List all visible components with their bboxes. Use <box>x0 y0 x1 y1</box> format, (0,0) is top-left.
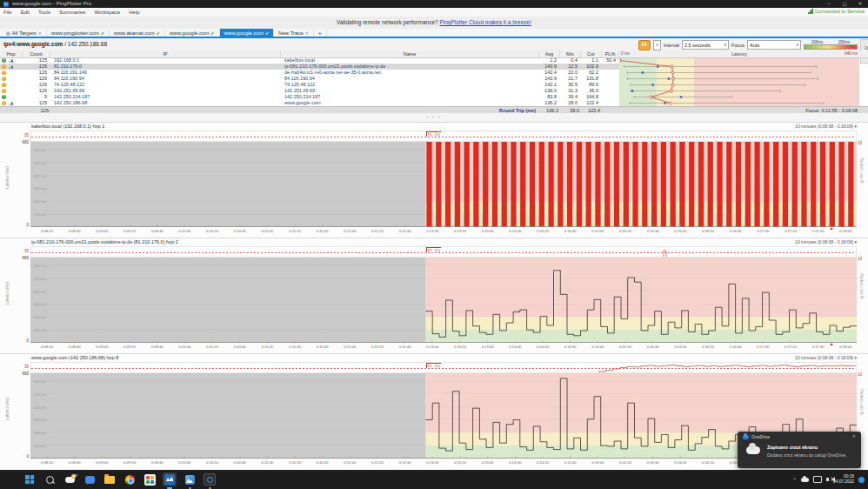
column-header-avg[interactable]: Avg <box>539 50 560 57</box>
tab-bar: ▦All Targets✕www.pingplotter.com✔www.aka… <box>0 29 868 37</box>
system-tray: ⌃ 00:18 04.07.2022 <box>792 470 865 489</box>
pl-axis-tag: PL: (%) <box>426 247 441 252</box>
graph-range-selector[interactable]: 10 minutes (0:08:08 - 0:18:08) ▾ <box>795 239 857 244</box>
check-icon: ✔ <box>210 30 214 36</box>
time-tick-label: 0:12:40 <box>392 460 418 465</box>
maximize-button[interactable]: ▢ <box>837 0 852 8</box>
pl-axis-tag: PL: (%) <box>426 363 441 368</box>
tab-label: www.pingplotter.com <box>51 30 99 36</box>
time-tick-label: 0:09:00 <box>89 229 115 233</box>
hop-row-4[interactable]: 412684.116.190.9484.116.190.94143.921.71… <box>0 76 619 82</box>
column-header-ip[interactable]: IP <box>50 50 281 57</box>
time-tick-label: 0:17:20 <box>778 345 804 349</box>
minimize-button[interactable]: – <box>821 0 837 8</box>
toast-close-button[interactable]: ✕ <box>852 433 856 439</box>
column-header-name[interactable]: Name <box>281 50 539 57</box>
tab-all-targets[interactable]: ▦All Targets✕ <box>2 29 47 37</box>
trace-toolbar: ▾ Interval 2.5 seconds▾ Focus Auto▾ 100m… <box>638 40 858 50</box>
latency-color-legend: 100ms200ms <box>804 40 858 50</box>
tab-www-google-com[interactable]: www.google.com✔ <box>220 29 275 37</box>
menu-item-edit[interactable]: Edit <box>21 10 30 15</box>
focus-select[interactable]: Auto▾ <box>747 40 801 50</box>
column-header-cur[interactable]: Cur <box>581 50 602 57</box>
tab-label: New Trace <box>278 30 304 36</box>
column-header-min[interactable]: Min <box>560 50 581 57</box>
graph-range-selector[interactable]: 10 minutes (0:08:08 - 0:18:08) ▾ <box>795 355 857 360</box>
time-tick-label: 0:08:20 <box>34 229 60 233</box>
time-tick-label: 0:17:20 <box>778 229 804 233</box>
pane-splitter[interactable]: • • • <box>0 113 868 122</box>
pause-trace-button[interactable] <box>638 40 651 50</box>
tab-www-akamai-com[interactable]: www.akamai.com✔ <box>110 29 165 37</box>
weather-widget-icon[interactable]: 24° <box>63 472 77 486</box>
time-tick-label: 0:16:40 <box>723 229 749 233</box>
column-header-count[interactable]: Count <box>23 50 50 57</box>
photos-icon[interactable] <box>183 472 197 486</box>
new-tab-button[interactable]: + <box>314 29 327 37</box>
tab-www-google-com[interactable]: www.google.com✔ <box>165 29 220 37</box>
cell-pl <box>602 82 618 88</box>
time-tick-label: 0:14:20 <box>530 345 556 349</box>
pl-axis-max-label: 10 <box>858 372 862 377</box>
pause-dropdown-caret[interactable]: ▾ <box>653 40 661 50</box>
hop-row-1[interactable]: 1125192.168.0.1kabelbox.local1.20.41.150… <box>0 57 619 64</box>
toast-more-button[interactable]: ⋯ <box>843 433 847 439</box>
tab-close-icon[interactable]: ✕ <box>38 30 42 36</box>
timegraph-toggle-icon[interactable] <box>10 59 14 63</box>
interval-select[interactable]: 2.5 seconds▾ <box>682 40 729 50</box>
cell-avg: 143.9 <box>539 76 558 82</box>
file-explorer-icon[interactable] <box>103 472 117 486</box>
cell-cur: 1.1 <box>581 57 600 64</box>
hop-row-8[interactable]: 8125142.250.186.68www.google.com136.228.… <box>0 100 619 106</box>
cell-min: 12.5 <box>560 64 579 70</box>
cell-pl <box>602 76 618 82</box>
time-graph-panel-1: kabelbox.local (192.168.0.1) hop 110 min… <box>0 122 868 238</box>
svg-text:500 ms: 500 ms <box>34 392 46 397</box>
column-header-pl[interactable]: PL% <box>602 50 619 57</box>
store-app-icon[interactable] <box>143 472 157 486</box>
time-tick-label: 0:16:20 <box>695 229 721 233</box>
hop-row-5[interactable]: 512674.125.48.12274.125.48.122142.130.58… <box>0 82 619 88</box>
hop-row-2[interactable]: 212681.210.176.0ip-081-210-176-000.um21.… <box>0 64 619 70</box>
teams-chat-icon[interactable] <box>83 472 97 486</box>
time-tick-label: 0:15:40 <box>640 229 666 233</box>
hop-row-3[interactable]: 312684.116.191.149de-fra04d-rc1-re0-aort… <box>0 70 619 76</box>
menu-item-workspace[interactable]: Workspace <box>94 10 120 15</box>
pingplotter-app-icon <box>3 2 9 7</box>
tab-close-icon[interactable]: ✕ <box>305 30 309 36</box>
menu-item-tools[interactable]: Tools <box>38 10 50 15</box>
notification-badge[interactable] <box>858 477 865 483</box>
tray-display-icon[interactable] <box>813 476 822 483</box>
menu-item-summaries[interactable]: Summaries <box>59 10 85 15</box>
menu-item-help[interactable]: Help <box>129 10 139 15</box>
timegraph-toggle-icon[interactable] <box>10 102 14 105</box>
banner-link[interactable]: PingPlotter Cloud makes it a breeze! <box>439 19 531 25</box>
menu-item-file[interactable]: File <box>3 10 12 15</box>
close-button[interactable]: ✕ <box>852 0 868 8</box>
tab-www-pingplotter-com[interactable]: www.pingplotter.com✔ <box>47 29 110 37</box>
tray-chevron-icon[interactable]: ⌃ <box>792 477 797 483</box>
cell-cur: 89.6 <box>581 82 600 88</box>
pingplotter-window: www.google.com - PingPlotter Pro – ▢ ✕ F… <box>0 0 868 489</box>
hop-number-badge: 5 <box>2 83 6 87</box>
time-tick-label: 0:11:00 <box>254 460 280 465</box>
hop-row-6[interactable]: 6126142.251.65.69142.251.65.69139.031.33… <box>0 88 619 94</box>
column-header-hop[interactable]: Hop <box>0 50 23 57</box>
pingplotter-taskbar-icon[interactable] <box>163 472 177 486</box>
start-button-icon[interactable] <box>23 472 37 486</box>
hop-row-7[interactable]: 75142.250.214.187142.250.214.18783.839.4… <box>0 94 619 100</box>
search-icon[interactable] <box>43 472 57 486</box>
dark-app-icon[interactable] <box>203 472 217 486</box>
tray-speaker-icon[interactable] <box>826 478 829 481</box>
tab-new-trace[interactable]: New Trace✕ <box>274 29 314 37</box>
chrome-icon[interactable] <box>123 472 137 486</box>
toast-title: Zapisano zrzut ekranu <box>767 445 818 450</box>
check-icon: ✔ <box>101 30 104 36</box>
graph-range-selector[interactable]: 10 minutes (0:08:08 - 0:18:08) ▾ <box>795 124 857 129</box>
time-tick-label: 0:12:00 <box>337 460 363 465</box>
timegraph-toggle-icon[interactable] <box>10 65 14 69</box>
time-tick-label: 0:13:40 <box>475 229 501 233</box>
tray-clock[interactable]: 00:18 04.07.2022 <box>833 474 854 485</box>
tray-onedrive-icon[interactable] <box>801 478 809 482</box>
time-tick-label: 0:13:20 <box>447 460 473 465</box>
